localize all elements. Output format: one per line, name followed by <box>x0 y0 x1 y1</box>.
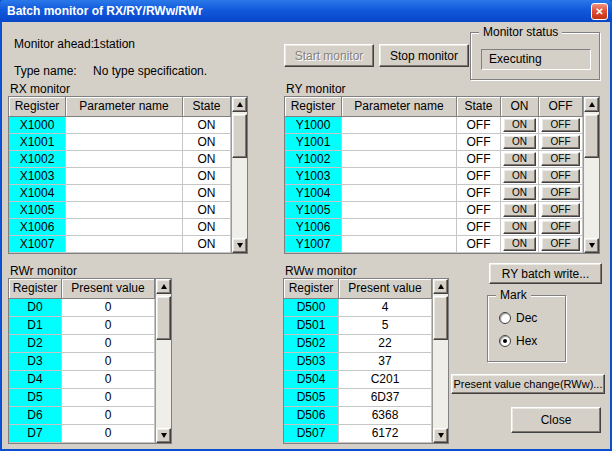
rwr-table-row: D3 0 <box>9 353 171 371</box>
on-button[interactable]: ON <box>503 118 536 132</box>
register-cell: D2 <box>9 335 62 353</box>
scroll-down-button[interactable] <box>433 428 448 443</box>
ry-table-row: Y1003 OFF ON OFF <box>285 168 599 185</box>
state-cell: ON <box>183 219 231 236</box>
off-cell: OFF <box>539 202 583 219</box>
on-button[interactable]: ON <box>503 237 536 251</box>
rwr-scrollbar[interactable] <box>155 279 171 443</box>
scrollbar-thumb[interactable] <box>433 296 448 340</box>
parameter-name-cell <box>66 117 183 134</box>
scrollbar-track[interactable] <box>433 294 448 428</box>
off-button[interactable]: OFF <box>541 203 580 217</box>
monitor-status-group-label: Monitor status <box>479 25 562 40</box>
parameter-name-cell <box>342 134 457 151</box>
ry-table-row: Y1001 OFF ON OFF <box>285 134 599 151</box>
present-value-cell: 4 <box>339 299 432 317</box>
rwr-table-row: D0 0 <box>9 299 171 317</box>
state-cell: ON <box>183 185 231 202</box>
parameter-name-cell <box>66 202 183 219</box>
state-cell: OFF <box>457 185 501 202</box>
off-cell: OFF <box>539 219 583 236</box>
down-arrow-icon <box>589 243 595 248</box>
present-value-cell: 22 <box>339 335 432 353</box>
up-arrow-icon <box>438 284 444 289</box>
column-header-register: Register <box>9 97 66 117</box>
scrollbar-thumb[interactable] <box>156 296 171 340</box>
rx-scrollbar[interactable] <box>231 97 247 253</box>
ry-table-row: Y1000 OFF ON OFF <box>285 117 599 134</box>
register-cell: X1007 <box>9 236 66 253</box>
on-button[interactable]: ON <box>503 220 536 234</box>
register-cell: Y1003 <box>285 168 342 185</box>
ry-batch-write-button[interactable]: RY batch write... <box>489 263 602 284</box>
off-button[interactable]: OFF <box>541 135 580 149</box>
state-cell: OFF <box>457 202 501 219</box>
on-button[interactable]: ON <box>503 135 536 149</box>
off-button[interactable]: OFF <box>541 220 580 234</box>
scrollbar-thumb[interactable] <box>584 114 599 158</box>
scroll-up-button[interactable] <box>156 279 171 294</box>
off-button[interactable]: OFF <box>541 237 580 251</box>
scroll-down-button[interactable] <box>156 428 171 443</box>
register-cell: Y1004 <box>285 185 342 202</box>
rww-table-row: D507 6172 <box>284 425 448 443</box>
title-bar[interactable]: Batch monitor of RX/RY/RWw/RWr ✕ <box>0 0 612 22</box>
state-cell: ON <box>183 236 231 253</box>
register-cell: D507 <box>284 425 339 443</box>
off-cell: OFF <box>539 236 583 253</box>
ry-scrollbar[interactable] <box>583 97 599 253</box>
scrollbar-track[interactable] <box>232 112 247 238</box>
scrollbar-track[interactable] <box>584 112 599 238</box>
on-button[interactable]: ON <box>503 152 536 166</box>
register-cell: X1006 <box>9 219 66 236</box>
close-button[interactable]: ✕ <box>591 3 608 20</box>
on-button[interactable]: ON <box>503 186 536 200</box>
off-button[interactable]: OFF <box>541 152 580 166</box>
off-button[interactable]: OFF <box>541 118 580 132</box>
scroll-down-button[interactable] <box>232 238 247 253</box>
parameter-name-cell <box>66 219 183 236</box>
column-header-state: State <box>457 97 501 117</box>
ry-table-header: Register Parameter name State ON OFF <box>285 97 599 117</box>
off-button[interactable]: OFF <box>541 169 580 183</box>
state-cell: ON <box>183 168 231 185</box>
rww-table-row: D500 4 <box>284 299 448 317</box>
parameter-name-cell <box>66 236 183 253</box>
on-button[interactable]: ON <box>503 169 536 183</box>
state-cell: OFF <box>457 219 501 236</box>
rww-table-row: D505 6D37 <box>284 389 448 407</box>
scroll-down-button[interactable] <box>584 238 599 253</box>
rwr-table-header: Register Present value <box>9 279 171 299</box>
dialog-window: Batch monitor of RX/RY/RWw/RWr ✕ Monitor… <box>0 0 612 451</box>
present-value-cell: 6368 <box>339 407 432 425</box>
rx-table-row: X1006 ON <box>9 219 247 236</box>
state-cell: OFF <box>457 151 501 168</box>
type-name-value: No type specification. <box>93 64 207 78</box>
rww-monitor-label: RWw monitor <box>285 264 357 278</box>
rww-scrollbar[interactable] <box>432 279 448 443</box>
column-header-off: OFF <box>539 97 583 117</box>
start-monitor-button[interactable]: Start monitor <box>284 44 374 67</box>
dec-radio[interactable]: Dec <box>499 311 537 325</box>
column-header-register: Register <box>284 279 339 299</box>
monitor-ahead-label: Monitor ahead: <box>14 37 94 51</box>
off-button[interactable]: OFF <box>541 186 580 200</box>
column-header-present-value: Present value <box>62 279 155 299</box>
scroll-up-button[interactable] <box>433 279 448 294</box>
state-cell: OFF <box>457 168 501 185</box>
scroll-up-button[interactable] <box>584 97 599 112</box>
stop-monitor-button[interactable]: Stop monitor <box>379 44 469 67</box>
rx-table-row: X1001 ON <box>9 134 247 151</box>
close-dialog-button[interactable]: Close <box>511 407 601 433</box>
on-button[interactable]: ON <box>503 203 536 217</box>
register-cell: D1 <box>9 317 62 335</box>
rww-table-body: D500 4 D501 5 D502 22 D503 37 D504 C201 … <box>284 299 448 443</box>
rx-table-row: X1005 ON <box>9 202 247 219</box>
present-value-change-button[interactable]: Present value change(RWw)... <box>451 374 605 394</box>
scrollbar-thumb[interactable] <box>232 114 247 158</box>
scrollbar-track[interactable] <box>156 294 171 428</box>
hex-radio[interactable]: Hex <box>499 334 537 348</box>
register-cell: Y1001 <box>285 134 342 151</box>
scroll-up-button[interactable] <box>232 97 247 112</box>
monitor-status-group: Monitor status Executing <box>470 32 600 80</box>
